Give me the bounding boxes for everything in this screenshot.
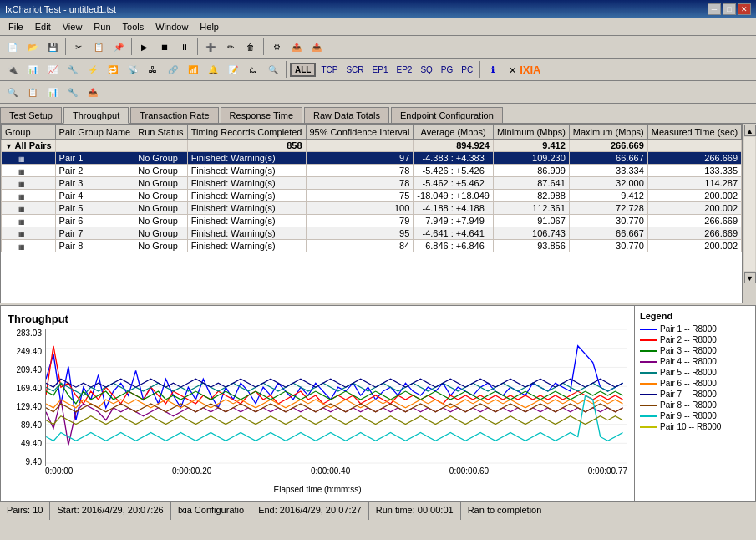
sep4 [263,38,264,55]
graph-area: Throughput 283.03 249.40 209.40 169.40 1… [1,306,634,501]
open-button[interactable]: 📂 [23,38,42,56]
stop-button[interactable]: ⏹ [155,38,174,56]
pair-min: 30.770 [569,240,647,252]
tb2-btn4[interactable]: 🔧 [63,60,82,79]
scr-button[interactable]: SCR [342,64,367,75]
tb2-btn6[interactable]: 🔁 [104,60,122,79]
all-protocol-button[interactable]: ALL [290,63,316,77]
tab-transaction-rate[interactable]: Transaction Rate [130,107,218,123]
legend-item: Pair 1 -- R8000 [640,324,750,334]
pc-button[interactable]: PC [458,64,476,75]
status-pairs: Pairs: 10 [0,502,50,520]
tb2-btn12[interactable]: 📝 [224,60,242,79]
legend-line-6 [640,383,657,385]
info-button[interactable]: ℹ [484,60,502,79]
minimize-button[interactable]: ─ [708,3,721,15]
pair-avg: 93.856 [493,240,569,252]
tb2-btn14[interactable]: 🔍 [264,60,282,79]
import-button[interactable]: 📥 [307,38,326,56]
run-button[interactable]: ▶ [135,38,154,56]
tb3-btn5[interactable]: 📤 [84,83,102,101]
pair-avg: 82.988 [493,190,569,202]
table-row[interactable]: ▦ Pair 6 No Group Finished: Warning(s) 7… [2,215,743,227]
close-button[interactable]: ✕ [738,3,751,15]
pair-max: 200.002 [647,202,741,215]
pair-name: Pair 7 [55,227,134,240]
tab-raw-data[interactable]: Raw Data Totals [304,107,389,123]
x-label-3: 0:00:00.40 [311,466,350,476]
legend-label-9: Pair 9 -- R8000 [660,411,717,420]
sq-button[interactable]: SQ [417,64,435,75]
menu-view[interactable]: View [58,20,88,33]
menu-run[interactable]: Run [89,20,115,33]
col-run-status: Run Status [134,125,187,140]
table-header-row: Group Pair Group Name Run Status Timing … [2,125,743,140]
tb2-btn13[interactable]: 🗂 [244,60,262,79]
delete-button[interactable]: 🗑 [241,38,260,56]
save-button[interactable]: 💾 [43,38,62,56]
add-pair-button[interactable]: ➕ [201,38,220,56]
menu-tools[interactable]: Tools [118,20,150,33]
tab-endpoint-config[interactable]: Endpoint Configuration [391,107,503,123]
legend-item: Pair 6 -- R8000 [640,379,750,388]
all-max-cell: 266.669 [569,140,647,152]
pair-min: 66.667 [569,227,647,240]
window-controls[interactable]: ─ □ ✕ [708,3,751,15]
x-label-2: 0:00:00.20 [172,466,211,476]
table-row[interactable]: ▦ Pair 3 No Group Finished: Warning(s) 7… [2,177,743,190]
tb2-btn11[interactable]: 🔔 [204,60,222,79]
tab-throughput[interactable]: Throughput [63,107,129,124]
tb2-btn10[interactable]: 📶 [184,60,202,79]
pair-timing: 75 [306,190,414,202]
ep1-button[interactable]: EP1 [369,64,392,75]
maximize-button[interactable]: □ [723,3,736,15]
all-pairs-row[interactable]: ▼ All Pairs 858 894.924 9.412 266.669 [2,140,743,152]
legend-label-6: Pair 6 -- R8000 [660,379,717,388]
new-button[interactable]: 📄 [3,38,22,56]
chart-container: 283.03 249.40 209.40 169.40 129.40 89.40… [8,329,627,483]
table-row[interactable]: ▦ Pair 4 No Group Finished: Warning(s) 7… [2,190,743,202]
table-row[interactable]: ▦ Pair 8 No Group Finished: Warning(s) 8… [2,240,743,252]
table-row[interactable]: ▦ Pair 1 No Group Finished: Warning(s) 9… [2,152,743,165]
tb2-btn8[interactable]: 🖧 [144,60,162,79]
edit-button[interactable]: ✏ [221,38,240,56]
tb2-btn7[interactable]: 📡 [124,60,142,79]
sep1 [65,38,66,55]
tb3-btn2[interactable]: 📋 [23,83,42,101]
pair-group-icon: ▦ [2,240,56,252]
tb2-btn2[interactable]: 📊 [23,60,42,79]
tb3-btn3[interactable]: 📊 [43,83,62,101]
tb2-btn3[interactable]: 📈 [43,60,62,79]
col-timing: Timing Records Completed [187,125,306,140]
table-scrollbar[interactable]: ▲ ▼ [743,124,756,303]
menu-file[interactable]: File [3,20,28,33]
pair-max: 133.335 [647,165,741,177]
menu-window[interactable]: Window [150,20,193,33]
cut-button[interactable]: ✂ [69,38,88,56]
ep2-button[interactable]: EP2 [393,64,415,75]
tb2-btn5[interactable]: ⚡ [84,60,102,79]
menu-help[interactable]: Help [195,20,224,33]
table-row[interactable]: ▦ Pair 2 No Group Finished: Warning(s) 7… [2,165,743,177]
copy-button[interactable]: 📋 [89,38,108,56]
pair-group-name: No Group [134,202,187,215]
pause-button[interactable]: ⏸ [175,38,194,56]
paste-button[interactable]: 📌 [109,38,128,56]
settings-button[interactable]: ⚙ [267,38,286,56]
menu-edit[interactable]: Edit [30,20,56,33]
main-tabs: Test Setup Throughput Transaction Rate R… [0,104,756,124]
window-title: IxChariot Test - untitled1.tst [5,4,116,14]
tb3-btn1[interactable]: 🔍 [3,83,22,101]
toolbar-2: 🔌 📊 📈 🔧 ⚡ 🔁 📡 🖧 🔗 📶 🔔 📝 🗂 🔍 ALL TCP SCR … [0,59,756,81]
pg-button[interactable]: PG [438,64,456,75]
export-button[interactable]: 📤 [287,38,306,56]
tb2-btn9[interactable]: 🔗 [164,60,182,79]
all-group-cell: ▼ All Pairs [2,140,56,152]
table-row[interactable]: ▦ Pair 5 No Group Finished: Warning(s) 1… [2,202,743,215]
tab-test-setup[interactable]: Test Setup [0,107,62,123]
tab-response-time[interactable]: Response Time [221,107,302,123]
tb2-btn1[interactable]: 🔌 [3,60,22,79]
table-row[interactable]: ▦ Pair 7 No Group Finished: Warning(s) 9… [2,227,743,240]
tb3-btn4[interactable]: 🔧 [63,83,82,101]
tcp-button[interactable]: TCP [317,64,341,75]
